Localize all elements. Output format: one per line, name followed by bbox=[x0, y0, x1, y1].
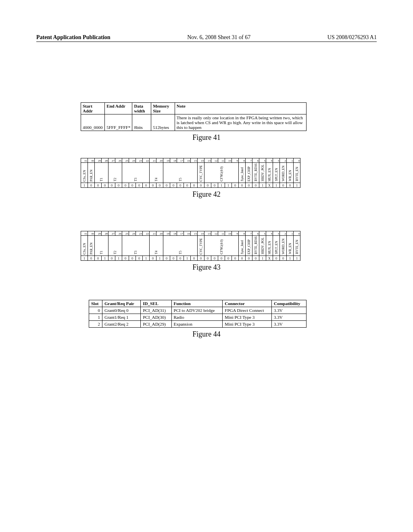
bit-val: 1 bbox=[218, 183, 225, 188]
bit-num: 3 bbox=[273, 158, 280, 163]
bit-label: CSx_EN bbox=[81, 163, 88, 183]
header-left: Patent Application Publication bbox=[36, 34, 111, 41]
bit-label: T3 bbox=[122, 236, 150, 256]
bit-val: 0 bbox=[225, 256, 232, 261]
cell-conn: FPGA Direct Connect bbox=[223, 307, 272, 314]
bit-label: T4 bbox=[150, 163, 163, 183]
bit-num: 2 bbox=[280, 158, 287, 163]
bit-num: 22 bbox=[143, 231, 150, 236]
bit-label: PAR_EN bbox=[88, 236, 95, 256]
bit-val: 1 bbox=[115, 256, 122, 261]
bit-val: 0 bbox=[211, 183, 218, 188]
header-mid: Nov. 6, 2008 Sheet 31 of 67 bbox=[187, 34, 250, 41]
bit-val: 0 bbox=[239, 183, 246, 188]
bit-val: 0 bbox=[150, 183, 156, 188]
bit-label: CYC_TYPE bbox=[198, 236, 204, 256]
table-row: 1 Grant1/Req 1 PCI_AD(30) Radio Mini PCI… bbox=[89, 314, 307, 321]
bit-label: Sync_Intel bbox=[239, 163, 246, 183]
bit-label: HRDY_POL bbox=[259, 236, 266, 256]
bit-val: 0 bbox=[108, 256, 115, 261]
bit-val: 0 bbox=[177, 183, 184, 188]
bit-val: 0 bbox=[115, 183, 122, 188]
bit-val: 0 bbox=[246, 256, 252, 261]
cell-pair: Grant0/Req 0 bbox=[102, 307, 141, 314]
bit-num: 23 bbox=[136, 231, 143, 236]
table-row: 2 Grant2/Req 2 PCI_AD(29) Expansion Mini… bbox=[89, 321, 307, 328]
bit-val: 0 bbox=[95, 256, 102, 261]
bit-number-row: 3130292827262524232221201918171615141312… bbox=[81, 158, 300, 163]
bit-num: 21 bbox=[150, 231, 156, 236]
bit-num: 31 bbox=[81, 231, 88, 236]
figure42-table: 3130292827262524232221201918171615141312… bbox=[81, 158, 300, 188]
bit-num: 0 bbox=[294, 158, 300, 163]
bit-val: 0 bbox=[204, 183, 211, 188]
bit-num: 25 bbox=[122, 158, 129, 163]
bit-val: 1 bbox=[273, 183, 280, 188]
bit-val: 0 bbox=[129, 183, 136, 188]
bit-val: 0 bbox=[198, 256, 204, 261]
figure41-caption: Figure 41 bbox=[36, 133, 377, 142]
figure43-table: 3130292827262524232221201918171615141312… bbox=[81, 231, 300, 261]
bit-label: PAR_EN bbox=[88, 163, 95, 183]
bit-label: Sync_Intel bbox=[239, 236, 246, 256]
bit-val: 0 bbox=[156, 183, 163, 188]
table-row: Slot Grant/Req Pair ID_SEL Function Conn… bbox=[89, 300, 307, 307]
bit-num: 9 bbox=[232, 231, 239, 236]
bit-num: 19 bbox=[163, 158, 170, 163]
col-start: Start Addr bbox=[81, 103, 105, 114]
bit-label: SPLT_EN bbox=[273, 236, 280, 256]
bit-val: 1 bbox=[294, 256, 300, 261]
bit-num: 29 bbox=[95, 158, 102, 163]
col-id: ID_SEL bbox=[141, 300, 171, 307]
bit-num: 14 bbox=[198, 158, 204, 163]
bit-val: 0 bbox=[191, 183, 198, 188]
bit-val: 0 bbox=[102, 183, 108, 188]
bit-val: 0 bbox=[136, 183, 143, 188]
bit-num: 26 bbox=[115, 231, 122, 236]
bit-val: 0 bbox=[88, 256, 95, 261]
bit-num: 7 bbox=[246, 231, 252, 236]
bit-label: BYTE_RD16 bbox=[252, 163, 259, 183]
bit-val: 0 bbox=[163, 256, 170, 261]
bit-num: 22 bbox=[143, 158, 150, 163]
col-func: Function bbox=[171, 300, 223, 307]
col-slot: Slot bbox=[89, 300, 102, 307]
bit-num: 24 bbox=[129, 158, 136, 163]
table-row: 4000_0000 5FFF_FFFF* 8bits 512bytes Ther… bbox=[81, 114, 307, 131]
cell-id: PCI_AD(29) bbox=[141, 321, 171, 328]
bit-label: BYTE_EN bbox=[294, 236, 300, 256]
bit-label: CFNG(4:0) bbox=[204, 163, 239, 183]
table-row: 0 Grant0/Req 0 PCI_AD(31) PCI to ADV202 … bbox=[89, 307, 307, 314]
bit-val: 0 bbox=[136, 256, 143, 261]
bit-num: 20 bbox=[156, 158, 163, 163]
cell-conn: Mini PCI Type 3 bbox=[223, 321, 272, 328]
col-compat: Compatibility bbox=[272, 300, 307, 307]
cell-pair: Grant1/Req 1 bbox=[102, 314, 141, 321]
cell-start: 4000_0000 bbox=[81, 114, 105, 131]
bit-val: X bbox=[266, 183, 273, 188]
bit-num: 27 bbox=[108, 231, 115, 236]
bit-val: 0 bbox=[122, 256, 129, 261]
bit-val: 1 bbox=[102, 256, 108, 261]
cell-compat: 3.3V bbox=[272, 307, 307, 314]
bit-val: 0 bbox=[163, 183, 170, 188]
bit-label: EXP_CHIP bbox=[246, 236, 252, 256]
bit-label: CYC_TYPE bbox=[198, 163, 204, 183]
bit-label: EXP_CHIP bbox=[246, 163, 252, 183]
bit-num: 5 bbox=[259, 158, 266, 163]
col-conn: Connector bbox=[223, 300, 272, 307]
bit-num: 1 bbox=[287, 231, 294, 236]
bit-num: 28 bbox=[102, 231, 108, 236]
bit-num: 30 bbox=[88, 231, 95, 236]
bit-num: 17 bbox=[177, 158, 184, 163]
cell-compat: 3.3V bbox=[272, 321, 307, 328]
bit-val: 0 bbox=[170, 256, 177, 261]
cell-slot: 0 bbox=[89, 307, 102, 314]
bit-num: 10 bbox=[225, 158, 232, 163]
bit-label: T5 bbox=[163, 163, 198, 183]
bit-label: SPLT_EN bbox=[273, 163, 280, 183]
bit-num: 8 bbox=[239, 158, 246, 163]
bit-label: T1 bbox=[95, 236, 108, 256]
bit-label: WR_EN bbox=[287, 163, 294, 183]
bit-num: 25 bbox=[122, 231, 129, 236]
